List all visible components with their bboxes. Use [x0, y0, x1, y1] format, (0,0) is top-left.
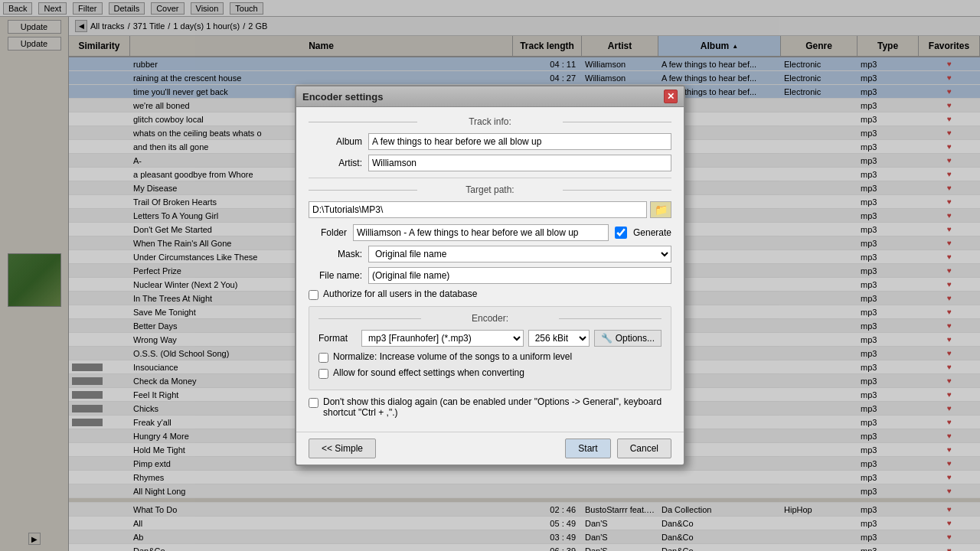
album-row: Album	[309, 133, 671, 150]
generate-label: Generate	[633, 227, 671, 238]
album-input[interactable]	[368, 133, 671, 150]
modal-overlay: Encoder settings ✕ Track info: Album Art…	[0, 0, 980, 551]
format-dropdown[interactable]: mp3 [Fraunhofer] (*.mp3)	[361, 330, 524, 347]
divider-1	[309, 178, 671, 178]
mask-label: Mask:	[309, 249, 362, 259]
track-info-section-header: Track info:	[309, 116, 671, 127]
authorize-label: Authorize for all users in the database	[323, 289, 477, 299]
folder-input[interactable]	[353, 224, 609, 241]
sound-effect-row: Allow for sound effect settings when con…	[318, 367, 662, 379]
album-label: Album	[309, 136, 362, 147]
artist-input[interactable]	[368, 155, 671, 171]
artist-row: Artist:	[309, 155, 671, 171]
target-path-section-header: Target path:	[309, 184, 671, 195]
normalize-checkbox[interactable]	[318, 353, 328, 363]
authorize-row: Authorize for all users in the database	[309, 289, 671, 300]
format-label: Format	[318, 333, 357, 344]
simple-button[interactable]: << Simple	[309, 439, 376, 458]
dont-show-checkbox[interactable]	[309, 398, 318, 408]
filename-label: File name:	[309, 270, 362, 281]
start-button[interactable]: Start	[565, 439, 610, 458]
footer-right: Start Cancel	[565, 439, 671, 458]
dont-show-row: Don't show this dialog again (can be ena…	[309, 396, 671, 418]
dialog-title: Encoder settings	[302, 91, 383, 103]
folder-label: Folder	[309, 227, 347, 238]
path-input[interactable]	[309, 201, 647, 218]
bitrate-dropdown[interactable]: 256 kBit	[528, 330, 590, 347]
cancel-button[interactable]: Cancel	[617, 439, 671, 458]
artist-label: Artist:	[309, 158, 362, 168]
authorize-checkbox[interactable]	[309, 290, 318, 300]
dialog-footer: << Simple Start Cancel	[296, 432, 684, 465]
mask-row: Mask: Original file name	[309, 246, 671, 262]
footer-left: << Simple	[309, 439, 376, 458]
dont-show-label: Don't show this dialog again (can be ena…	[323, 396, 671, 418]
filename-input[interactable]	[368, 267, 671, 284]
mask-dropdown[interactable]: Original file name	[368, 246, 671, 262]
normalize-row: Normalize: Increase volume of the songs …	[318, 351, 662, 363]
dialog-body: Track info: Album Artist: Target path: 📁…	[296, 107, 684, 432]
format-row: Format mp3 [Fraunhofer] (*.mp3) 256 kBit…	[318, 330, 662, 347]
generate-checkbox[interactable]	[615, 227, 627, 239]
dialog-close-button[interactable]: ✕	[664, 90, 678, 103]
filename-row: File name:	[309, 267, 671, 284]
folder-row: Folder Generate	[309, 224, 671, 241]
browse-button[interactable]: 📁	[650, 201, 671, 218]
path-row: 📁	[309, 201, 671, 218]
encoder-section-header: Encoder:	[318, 313, 662, 324]
encoder-section: Encoder: Format mp3 [Fraunhofer] (*.mp3)…	[309, 306, 671, 390]
dialog-titlebar: Encoder settings ✕	[296, 86, 684, 107]
sound-effect-checkbox[interactable]	[318, 369, 328, 379]
encoder-settings-dialog: Encoder settings ✕ Track info: Album Art…	[295, 85, 685, 466]
normalize-label: Normalize: Increase volume of the songs …	[333, 351, 572, 362]
sound-effect-label: Allow for sound effect settings when con…	[333, 367, 524, 378]
wrench-icon: 🔧	[601, 333, 612, 344]
options-button[interactable]: 🔧 Options...	[594, 330, 662, 347]
